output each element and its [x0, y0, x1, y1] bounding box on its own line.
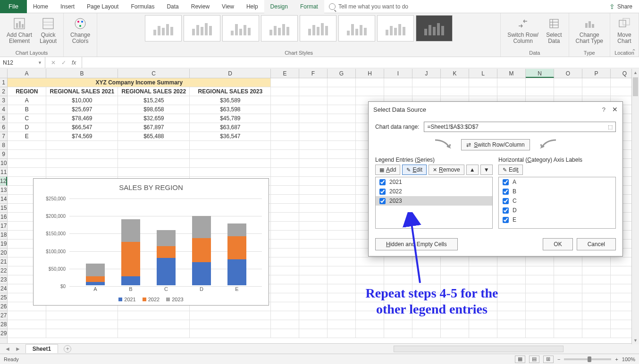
select-all-corner[interactable] [0, 69, 8, 78]
zoom-in-button[interactable]: + [615, 356, 618, 362]
legend-item-checkbox[interactable] [379, 198, 386, 204]
axis-edit-button[interactable]: ✎Edit [498, 165, 523, 175]
legend-remove-button[interactable]: ✕Remove [429, 165, 464, 175]
tab-formulas[interactable]: Formulas [125, 0, 160, 13]
chart-style-option[interactable] [338, 15, 375, 41]
change-colors-button[interactable]: ChangeColors [67, 15, 93, 45]
legend-move-up-button[interactable]: ▲ [466, 165, 479, 175]
column-header[interactable]: F [299, 69, 328, 78]
sheet-tab[interactable]: Sheet1 [25, 344, 58, 353]
column-header[interactable]: N [526, 69, 554, 78]
legend-list-item[interactable]: 2021 [376, 177, 492, 187]
scroll-thumb[interactable] [633, 77, 638, 96]
column-header[interactable]: H [356, 69, 384, 78]
axis-item-checkbox[interactable] [503, 189, 509, 195]
normal-view-button[interactable]: ▦ [515, 356, 525, 363]
row-header[interactable]: 14 [0, 195, 7, 204]
switch-row-column-button[interactable]: Switch Row/Column [504, 15, 541, 45]
axis-list-item[interactable]: C [499, 196, 615, 206]
chart-style-option[interactable] [416, 15, 453, 41]
column-header[interactable]: P [582, 69, 611, 78]
tab-file[interactable]: File [0, 0, 27, 13]
change-chart-type-button[interactable]: ChangeChart Type [573, 15, 606, 45]
legend-list-item[interactable]: 2023 [376, 196, 492, 206]
ribbon-collapse-button[interactable]: ⌃ [631, 48, 636, 55]
row-header[interactable]: 7 [0, 132, 7, 141]
ok-button[interactable]: OK [543, 238, 572, 250]
row-header[interactable]: 2 [0, 87, 7, 96]
sheet-nav-prev-icon[interactable]: ◄ [3, 346, 12, 352]
embedded-chart[interactable]: SALES BY REGION $0$50,000$100,000$150,00… [33, 178, 269, 306]
row-header[interactable]: 28 [0, 320, 7, 329]
tab-view[interactable]: View [216, 0, 240, 13]
column-header[interactable]: K [441, 69, 469, 78]
row-header[interactable]: 17 [0, 222, 7, 231]
column-header[interactable]: J [412, 69, 441, 78]
row-header[interactable]: 4 [0, 105, 7, 114]
select-data-button[interactable]: SelectData [543, 15, 564, 45]
column-header[interactable]: C [118, 69, 190, 78]
cancel-button[interactable]: Cancel [577, 238, 616, 250]
legend-item-checkbox[interactable] [379, 179, 386, 185]
vertical-scrollbar[interactable]: ▲ ▼ [631, 69, 639, 344]
page-layout-view-button[interactable]: ▤ [529, 356, 539, 363]
tab-review[interactable]: Review [185, 0, 216, 13]
row-header[interactable]: 24 [0, 284, 7, 293]
share-button[interactable]: ⇪ Share [609, 3, 632, 10]
zoom-out-button[interactable]: − [557, 356, 560, 362]
tab-help[interactable]: Help [240, 0, 264, 13]
chart-styles-gallery[interactable] [145, 15, 453, 41]
legend-edit-button[interactable]: ✎Edit [402, 165, 427, 175]
row-header[interactable]: 5 [0, 114, 7, 123]
row-header[interactable]: 27 [0, 311, 7, 320]
axis-item-checkbox[interactable] [503, 198, 509, 204]
row-header[interactable]: 26 [0, 302, 7, 311]
row-header[interactable]: 16 [0, 213, 7, 222]
legend-add-button[interactable]: ▦Add [375, 165, 400, 175]
legend-item-checkbox[interactable] [379, 189, 386, 195]
scroll-down-icon[interactable]: ▼ [632, 337, 639, 344]
axis-list-item[interactable]: A [499, 177, 615, 187]
hidden-empty-cells-button[interactable]: Hidden and Empty Cells [375, 238, 458, 250]
zoom-slider[interactable] [564, 358, 611, 360]
column-header[interactable]: M [497, 69, 526, 78]
chart-style-option[interactable] [184, 15, 220, 41]
column-header[interactable]: E [271, 69, 299, 78]
chart-style-option[interactable] [222, 15, 259, 41]
legend-entries-list[interactable]: 202120222023 [375, 177, 493, 229]
cancel-formula-icon[interactable]: ✕ [49, 59, 58, 66]
axis-list-item[interactable]: D [499, 206, 615, 215]
row-header[interactable]: 13 [0, 186, 7, 195]
horizontal-scrollbar[interactable] [394, 346, 563, 352]
add-chart-element-button[interactable]: Add ChartElement [4, 15, 35, 45]
legend-move-down-button[interactable]: ▼ [480, 165, 493, 175]
chart-style-option[interactable] [261, 15, 298, 41]
page-break-view-button[interactable]: ⊞ [543, 356, 554, 363]
row-header[interactable]: 25 [0, 293, 7, 302]
tab-data[interactable]: Data [160, 0, 185, 13]
column-header[interactable]: A [8, 69, 46, 78]
row-header[interactable]: 6 [0, 123, 7, 132]
column-header[interactable]: D [190, 69, 271, 78]
row-header[interactable]: 10 [0, 159, 7, 168]
add-sheet-button[interactable]: + [64, 345, 71, 353]
row-header[interactable]: 18 [0, 231, 7, 240]
legend-list-item[interactable]: 2022 [376, 187, 492, 196]
row-header[interactable]: 15 [0, 204, 7, 213]
dialog-help-button[interactable]: ? [602, 106, 605, 113]
axis-item-checkbox[interactable] [503, 207, 509, 214]
tab-design[interactable]: Design [264, 0, 294, 13]
fx-icon[interactable]: fx [70, 59, 78, 66]
sheet-nav-next-icon[interactable]: ► [13, 346, 23, 352]
chart-data-range-input[interactable]: =Sheet1!$A$3:$D$7 ⬚ [424, 122, 616, 132]
column-header[interactable]: O [554, 69, 582, 78]
row-header[interactable]: 22 [0, 266, 7, 275]
axis-item-checkbox[interactable] [503, 179, 509, 185]
axis-list-item[interactable]: B [499, 187, 615, 196]
dialog-close-button[interactable]: ✕ [612, 106, 618, 113]
tab-page-layout[interactable]: Page Layout [81, 0, 125, 13]
row-header[interactable]: 3 [0, 96, 7, 105]
axis-item-checkbox[interactable] [503, 217, 509, 223]
row-header[interactable]: 9 [0, 150, 7, 159]
row-header[interactable]: 11 [0, 168, 7, 177]
